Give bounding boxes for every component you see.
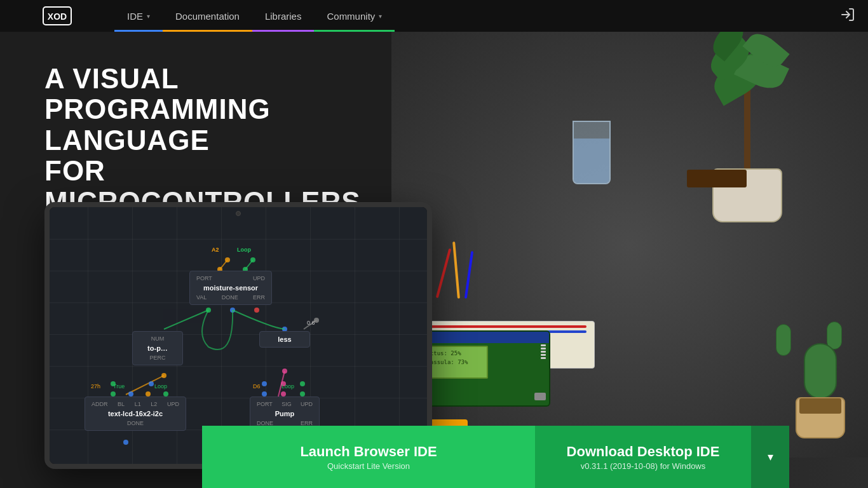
nav-ide-label: IDE bbox=[127, 11, 143, 22]
nav-links: IDE ▾ Documentation Libraries Community … bbox=[114, 0, 840, 32]
label-loop-2: Loop bbox=[154, 383, 167, 390]
label-a2: A2 bbox=[212, 247, 219, 253]
download-sub-text: v0.31.1 (2019-10-08) for Windows bbox=[581, 461, 706, 471]
cactus-plant bbox=[779, 299, 862, 438]
svg-text:XOD: XOD bbox=[48, 11, 67, 22]
download-main-text: Download Desktop IDE bbox=[567, 444, 720, 460]
community-chevron-icon: ▾ bbox=[379, 13, 382, 20]
lcd-line-2: Crassula: 73% bbox=[423, 358, 483, 367]
hero-title: A VISUAL PROGRAMMING LANGUAGE FOR MICROC… bbox=[44, 64, 394, 217]
ide-node-to-percent: NUM to-p… PERC bbox=[132, 331, 183, 365]
nav-item-community[interactable]: Community ▾ bbox=[314, 0, 395, 32]
water-glass bbox=[569, 108, 614, 184]
ide-node-moisture-sensor: PORT UPD moisture-sensor VAL DONE ERR bbox=[189, 271, 272, 305]
hero-title-line1: A VISUAL bbox=[44, 64, 394, 94]
breadboard-area: Cactus: 25% Crassula: 73% bbox=[404, 305, 607, 407]
login-button[interactable] bbox=[840, 7, 855, 25]
laptop-camera bbox=[236, 211, 241, 216]
logo-area: XOD bbox=[0, 6, 114, 25]
hero-image-area: Cactus: 25% Crassula: 73% bbox=[391, 32, 868, 458]
label-loop-3: Loop bbox=[281, 383, 294, 390]
ide-node-less: less bbox=[259, 331, 310, 348]
launch-sub-text: Quickstart Lite Version bbox=[327, 461, 410, 471]
dropdown-icon: ▾ bbox=[768, 450, 773, 464]
plant-pot-right bbox=[712, 168, 782, 222]
download-wrapper: Download Desktop IDE v0.31.1 (2019-10-08… bbox=[535, 426, 868, 488]
nav-item-ide[interactable]: IDE ▾ bbox=[114, 0, 163, 32]
launch-main-text: Launch Browser IDE bbox=[300, 444, 437, 460]
xod-logo[interactable]: XOD bbox=[43, 6, 72, 25]
label-true: True bbox=[113, 383, 125, 390]
nav-item-libraries[interactable]: Libraries bbox=[252, 0, 315, 32]
download-desktop-ide-button[interactable]: Download Desktop IDE v0.31.1 (2019-10-08… bbox=[535, 426, 751, 488]
navbar: XOD IDE ▾ Documentation Libraries Commun… bbox=[0, 0, 868, 32]
cta-bar: Launch Browser IDE Quickstart Lite Versi… bbox=[0, 426, 868, 488]
label-0-6: 0.6 bbox=[307, 320, 315, 326]
nav-item-documentation[interactable]: Documentation bbox=[163, 0, 252, 32]
hero-section: Cactus: 25% Crassula: 73% bbox=[0, 32, 868, 488]
label-27h: 27h bbox=[91, 383, 100, 390]
nav-community-label: Community bbox=[327, 11, 375, 22]
nav-libs-label: Libraries bbox=[265, 11, 302, 22]
nav-docs-label: Documentation bbox=[175, 11, 240, 22]
hero-title-line2: PROGRAMMING LANGUAGE bbox=[44, 94, 394, 156]
lcd-line-1: Cactus: 25% bbox=[423, 349, 483, 358]
label-loop-1: Loop bbox=[237, 247, 251, 253]
launch-browser-ide-button[interactable]: Launch Browser IDE Quickstart Lite Versi… bbox=[202, 426, 535, 488]
label-d6: D6 bbox=[253, 383, 261, 390]
plant-right bbox=[677, 32, 817, 222]
login-icon bbox=[840, 7, 855, 22]
download-dropdown-button[interactable]: ▾ bbox=[751, 426, 789, 488]
ide-chevron-icon: ▾ bbox=[147, 13, 150, 20]
